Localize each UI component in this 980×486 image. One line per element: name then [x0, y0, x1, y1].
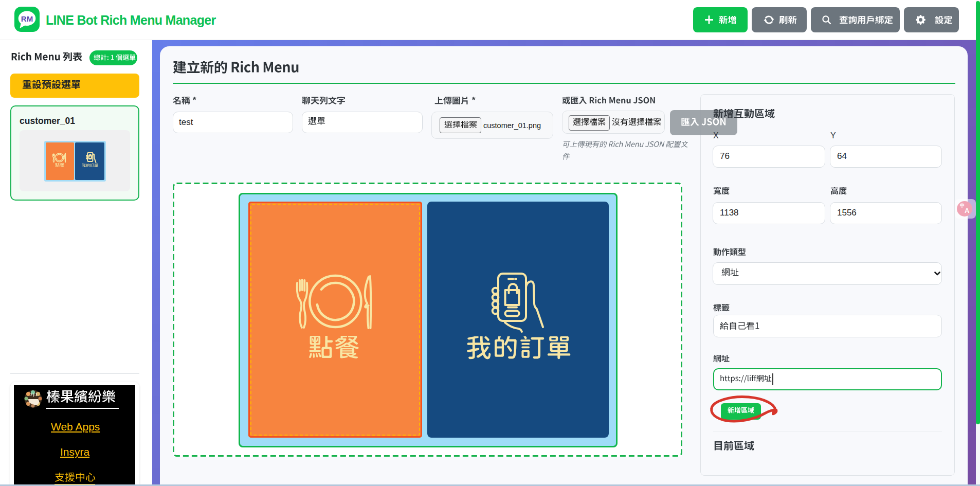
- svg-text:RM: RM: [21, 14, 33, 23]
